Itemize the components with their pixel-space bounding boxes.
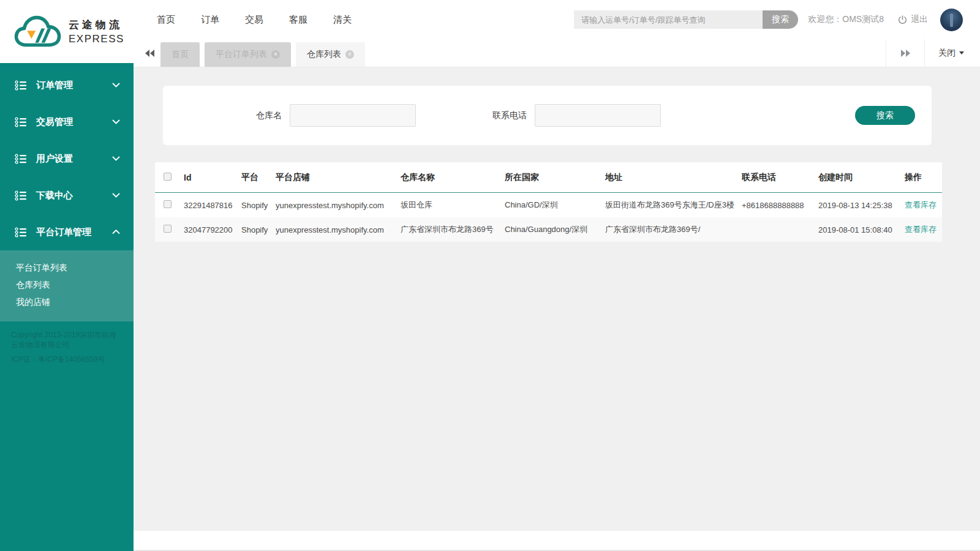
header-right: 搜索 欢迎您：OMS测试8 退出 <box>574 9 963 31</box>
submenu-item-platform-order-list[interactable]: 平台订单列表 <box>0 259 134 276</box>
warehouse-name-label: 仓库名 <box>256 110 282 121</box>
cell-phone: +8618688888888 <box>742 201 818 210</box>
list-icon <box>15 80 26 91</box>
welcome-text: 欢迎您：OMS测试8 <box>808 14 884 25</box>
nav-item-orders[interactable]: 订单 <box>201 14 219 26</box>
tab-warehouse-list[interactable]: 仓库列表 × <box>296 42 365 67</box>
global-search: 搜索 <box>574 10 798 29</box>
nav-item-transactions[interactable]: 交易 <box>245 14 263 26</box>
cell-platform: Shopify <box>241 201 276 210</box>
open-tabs: 首页 平台订单列表 × 仓库列表 × <box>160 42 365 67</box>
cell-warehouse: 坂田仓库 <box>401 200 505 211</box>
sidebar-item-label: 用户设置 <box>36 153 73 165</box>
power-icon <box>897 15 908 25</box>
close-icon[interactable]: × <box>271 50 280 59</box>
sidebar-item-transaction-management[interactable]: 交易管理 <box>0 103 134 140</box>
chevron-down-icon <box>112 83 120 88</box>
brand-name-cn: 云途物流 <box>69 18 124 32</box>
list-icon <box>15 117 26 127</box>
top-header: 首页 订单 交易 客服 清关 搜索 欢迎您：OMS测试8 退出 <box>134 0 980 39</box>
contact-phone-label: 联系电话 <box>492 110 527 121</box>
sidebar-submenu: 平台订单列表 仓库列表 我的店铺 <box>0 250 134 321</box>
col-header-country: 所在国家 <box>505 172 605 183</box>
submenu-item-warehouse-list[interactable]: 仓库列表 <box>0 276 134 293</box>
cell-id: 32047792200 <box>184 225 241 234</box>
cell-country: China/GD/深圳 <box>505 200 605 211</box>
logout-button[interactable]: 退出 <box>897 14 928 25</box>
table-row: 32047792200 Shopify yunexpresstest.mysho… <box>155 217 942 242</box>
cell-address: 坂田街道布龙路369号东海王/D座3楼 <box>605 200 742 211</box>
submenu-item-my-shops[interactable]: 我的店铺 <box>0 293 134 310</box>
contact-phone-input[interactable] <box>535 104 661 127</box>
avatar[interactable] <box>940 9 963 31</box>
tab-home[interactable]: 首页 <box>160 42 200 67</box>
col-header-shop: 平台店铺 <box>276 172 401 183</box>
tab-bar-right-controls: 关闭 <box>886 39 980 67</box>
table-header-row: Id 平台 平台店铺 仓库名称 所在国家 地址 联系电话 创建时间 操作 <box>155 162 942 193</box>
warehouse-name-input[interactable] <box>290 104 416 127</box>
cloud-logo-icon <box>12 13 64 51</box>
cell-created: 2019-08-01 15:08:40 <box>818 225 905 234</box>
cell-shop: yunexpresstest.myshopify.com <box>276 225 401 234</box>
view-inventory-link[interactable]: 查看库存 <box>905 225 937 234</box>
close-tabs-label: 关闭 <box>938 48 956 59</box>
cell-platform: Shopify <box>241 225 276 234</box>
tab-home-label: 首页 <box>172 49 189 60</box>
cell-address: 广东省深圳市布龙路369号/ <box>605 224 742 235</box>
tabs-scroll-right-button[interactable] <box>886 49 924 58</box>
brand-logo: 云途物流 EXPRESS <box>0 0 134 63</box>
nav-item-support[interactable]: 客服 <box>289 14 307 26</box>
nav-item-home[interactable]: 首页 <box>157 14 175 26</box>
cell-warehouse: 广东省深圳市布龙路369号 <box>401 224 505 235</box>
warehouse-table: Id 平台 平台店铺 仓库名称 所在国家 地址 联系电话 创建时间 操作 322… <box>155 162 942 242</box>
sidebar-item-label: 平台订单管理 <box>36 227 91 238</box>
tabs-scroll-left-button[interactable] <box>140 49 160 58</box>
col-header-action: 操作 <box>905 172 942 183</box>
view-inventory-link[interactable]: 查看库存 <box>905 200 937 209</box>
icp-text: ICP证：粤ICP备14056559号 <box>0 350 134 365</box>
global-search-input[interactable] <box>574 10 763 29</box>
tab-bar: 首页 平台订单列表 × 仓库列表 × 关闭 <box>134 39 980 67</box>
filter-search-button[interactable]: 搜索 <box>855 106 915 125</box>
tab-platform-order-list[interactable]: 平台订单列表 × <box>205 42 291 67</box>
double-chevron-right-icon <box>900 49 911 58</box>
tab-warehouse-list-label: 仓库列表 <box>307 49 341 60</box>
col-header-warehouse: 仓库名称 <box>401 172 505 183</box>
sidebar-item-label: 交易管理 <box>36 116 73 128</box>
col-header-phone: 联系电话 <box>742 172 818 183</box>
sidebar-item-user-settings[interactable]: 用户设置 <box>0 140 134 177</box>
brand-text: 云途物流 EXPRESS <box>69 18 124 45</box>
nav-item-customs[interactable]: 清关 <box>333 14 352 26</box>
table-row: 32291487816 Shopify yunexpresstest.mysho… <box>155 193 942 217</box>
chevron-up-icon <box>112 230 120 234</box>
select-all-checkbox[interactable] <box>164 173 172 181</box>
close-icon[interactable]: × <box>345 50 354 59</box>
logout-label: 退出 <box>911 14 928 25</box>
brand-name-en: EXPRESS <box>69 33 124 45</box>
caret-down-icon <box>959 51 964 54</box>
row-checkbox[interactable] <box>164 225 172 233</box>
cell-created: 2019-08-13 14:25:38 <box>818 201 905 210</box>
row-checkbox[interactable] <box>164 200 172 208</box>
sidebar-item-order-management[interactable]: 订单管理 <box>0 67 134 103</box>
sidebar-menu: 订单管理 交易管理 <box>0 63 134 250</box>
cell-shop: yunexpresstest.myshopify.com <box>276 201 401 210</box>
cell-id: 32291487816 <box>184 201 241 210</box>
main-content: 仓库名 联系电话 搜索 Id 平台 平台店铺 仓库名称 所在国家 地址 联系电话… <box>134 67 980 531</box>
sidebar-item-platform-order-management[interactable]: 平台订单管理 <box>0 214 134 250</box>
col-header-id: Id <box>184 173 241 182</box>
list-icon <box>15 227 26 238</box>
col-header-created: 创建时间 <box>818 172 905 183</box>
app-root: 云途物流 EXPRESS 首页 订单 交易 客服 清关 搜索 欢迎您：OMS测试… <box>0 0 980 551</box>
tab-platform-order-list-label: 平台订单列表 <box>216 49 267 60</box>
sidebar-item-download-center[interactable]: 下载中心 <box>0 177 134 214</box>
footer-strip <box>134 531 980 551</box>
global-search-button[interactable]: 搜索 <box>763 10 798 29</box>
main-nav: 首页 订单 交易 客服 清关 <box>157 14 352 26</box>
chevron-down-icon <box>112 119 120 124</box>
chevron-down-icon <box>112 156 120 161</box>
double-chevron-left-icon <box>145 49 156 58</box>
list-icon <box>15 154 26 164</box>
sidebar-item-label: 下载中心 <box>36 190 73 201</box>
close-tabs-dropdown[interactable]: 关闭 <box>925 48 980 59</box>
